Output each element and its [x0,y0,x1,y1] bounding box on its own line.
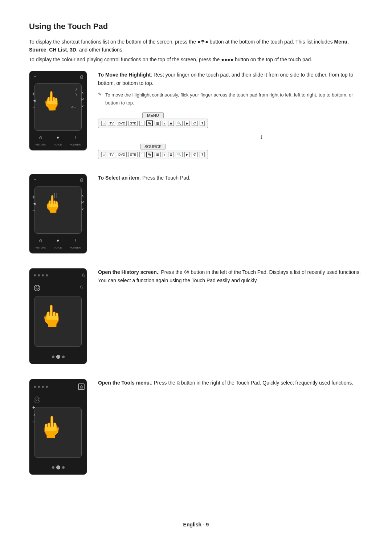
back-arrow-2: ◄ [32,201,36,206]
intro-para-2: To display the colour and playing contro… [29,56,363,63]
up-ch: ∧ [81,91,84,95]
si-home: ⌂ [101,152,106,157]
source-bar-wrap: SOURCE ⌂ TV DVD STB ∴ ↹ ▦ i ≣ 🔍 ▶ [98,143,208,159]
minus-btn: − [32,104,36,110]
remote-right-controls-2: ∧ P ∨ [81,194,84,211]
dot-b3 [62,356,65,358]
dot-t1 [52,466,54,469]
mi-input-active: ↹ [146,120,153,126]
tools-dots-top-row: ⎙ [32,382,85,390]
si-clock: ⏱ [192,152,198,157]
footer-text: English - 9 [183,522,209,527]
back-arrow: ◄ [32,98,36,103]
desc-history: Open the History screen.: Press the ☹ bu… [98,268,363,285]
return-icon: ⎌ [36,135,46,140]
mi-dvd: DVD [117,121,127,126]
gesture-arrows: ∧ ∨ [75,87,78,96]
dots-top-row: ⎙ [32,271,85,278]
remote-bottom-row-2: ⎌ RETURN ▾ VOICE ⁝ NUMBER [32,238,85,250]
remote-touch-area-4: 🖕 [34,407,82,458]
return-icon-2: ⎌ [36,238,46,243]
remote-image-history: ⎙ ☹ ⎙ 🖕 [29,268,87,364]
menu-bar-wrap: MENU ⌂ TV DVD STB ∴ ↹ ▦ i ≣ 🔍 ▶ ⏱ [98,112,208,128]
menu-label: MENU [142,112,163,118]
number-icon: ⁝ [70,135,81,140]
remote-image-select: ⚬ ⎙ 🖕 ∣∣ + ◄ − ∧ P ∨ ⎌ RETURN [29,174,87,254]
dots-bottom-tools [32,465,85,469]
remote-touch-area-3: 🖕 [34,296,82,347]
history-text: Open the History screen.: Press the ☹ bu… [98,268,363,285]
dot-b2-large [56,355,60,359]
number-btn: ⁝ NUMBER [70,135,81,147]
hand-history-icon: 🖕 [38,304,65,328]
mi-search: 🔍 [176,121,183,126]
si-dvd: DVD [117,152,127,157]
remote-left-controls: + ◄ − [32,91,36,110]
desc-select-item: To Select an item: Press the Touch Pad. [98,174,363,182]
tools-btn-icon: ⎙ [78,383,85,390]
remote-top-bar-2: ⚬ ⎙ [32,177,85,182]
remote-bookmark-icon: ⎙ [80,74,83,79]
page-footer: English - 9 [0,521,392,527]
voice-label-2: VOICE [54,246,62,249]
move-highlight-note: To move the Highlight continuously, flic… [98,91,363,107]
mi-grid: ▦ [155,121,161,126]
mi-settings: ▶ [184,121,190,126]
si-info: i [163,152,166,157]
menu-icons-row: ⌂ TV DVD STB ∴ ↹ ▦ i ≣ 🔍 ▶ ⏱ ? [98,119,208,128]
return-btn: ⎌ RETURN [36,135,46,147]
page-container: Using the Touch Pad To display the short… [0,0,392,518]
history-bookmark2: ⎙ [80,285,82,290]
section-tools: ⎙ ☹ + ◄ − 🖕 Open the Tool [29,379,363,475]
hand-select-icon: 🖕 [42,194,63,214]
mi-help: ? [200,121,205,126]
dot-t3 [62,466,65,469]
number-btn-2: ⁝ NUMBER [70,238,81,250]
minus-btn-2: − [32,207,36,213]
remote-left-controls-2: + ◄ − [32,194,36,213]
voice-icon-2: ▾ [54,238,62,243]
return-label-2: RETURN [36,246,46,249]
si-network: ∴ [139,152,144,157]
dot-t2-large [56,465,60,469]
mi-stb: STB [128,121,138,126]
remote-right-controls: ∧ P ∨ [81,91,84,108]
down-ch-2: ∨ [81,207,84,211]
select-item-text: To Select an item: Press the Touch Pad. [98,174,363,182]
dot1 [34,274,36,276]
si-stb: STB [128,152,138,157]
page-title: Using the Touch Pad [29,22,363,31]
si-help: ? [200,152,205,157]
tdot3 [42,386,44,388]
section-history: ⎙ ☹ ⎙ 🖕 Open the History screen.: Press … [29,268,363,364]
return-btn-2: ⎌ RETURN [36,238,46,250]
remote-image-move: ⚬ ⎙ 🖕 ← ∧ ∨ + ◄ − ∧ P ∨ [29,71,87,151]
source-label-row: SOURCE [98,143,208,149]
tools-touch-area-wrap: 🖕 [34,407,82,458]
history-bookmark: ⎙ [82,273,85,278]
si-search: 🔍 [176,152,183,157]
up-ch-2: ∧ [81,194,84,198]
section-select-item: ⚬ ⎙ 🖕 ∣∣ + ◄ − ∧ P ∨ ⎌ RETURN [29,174,363,254]
down-ch: ∨ [81,104,84,108]
desc-move-highlight: To Move the Highlight: Rest your finger … [98,71,363,159]
remote-top-bar: ⚬ ⎙ [32,74,85,79]
section-move-highlight: ⚬ ⎙ 🖕 ← ∧ ∨ + ◄ − ∧ P ∨ [29,71,363,159]
voice-btn: ▾ VOICE [54,135,62,147]
remote-bookmark-icon-2: ⎙ [80,177,83,182]
tap-lines-icon: ∣∣ [53,192,58,198]
mi-list: ≣ [168,121,174,126]
history-touch-area-wrap: 🖕 [34,296,82,347]
dot-b1 [52,356,54,358]
menu-bars-container: MENU ⌂ TV DVD STB ∴ ↹ ▦ i ≣ 🔍 ▶ ⏱ [98,112,363,159]
down-arrow: ∨ [75,92,78,96]
si-settings: ▶ [184,152,190,157]
remote-touch-area-2: 🖕 ∣∣ [34,186,82,234]
si-input-active: ↹ [146,152,153,157]
remote-circle-icon-2: ⚬ [33,177,37,182]
history-circle-btn: ☹ [34,285,40,291]
si-list: ≣ [168,152,174,157]
voice-btn-2: ▾ VOICE [54,238,62,250]
dot4 [46,274,48,276]
source-label: SOURCE [140,144,166,149]
